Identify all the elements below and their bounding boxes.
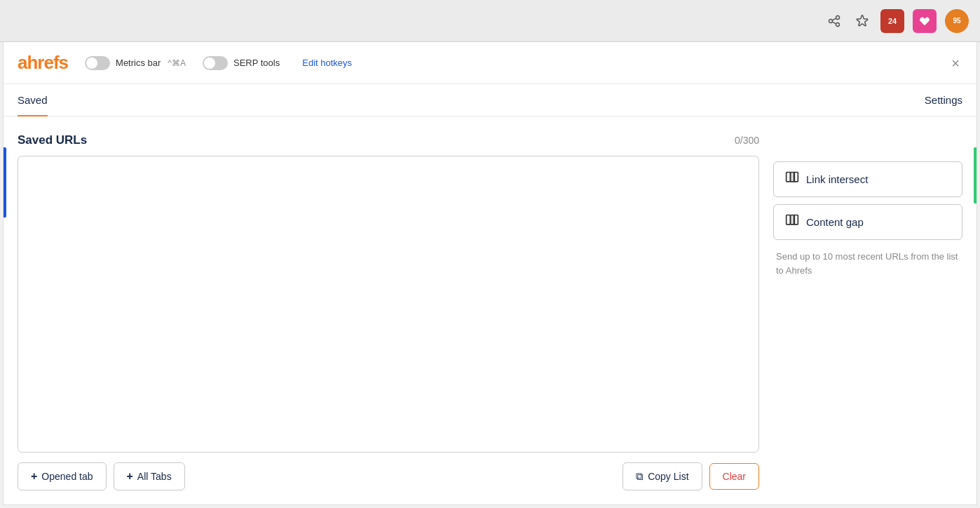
share-icon[interactable] [824, 11, 844, 31]
tab-settings[interactable]: Settings [925, 84, 962, 116]
panel-header: ahrefs Metrics bar ^⌘A SERP tools Edit h… [4, 42, 976, 84]
opened-tab-button[interactable]: + Opened tab [18, 462, 107, 490]
metrics-bar-toggle-group: Metrics bar ^⌘A [85, 56, 186, 70]
logo-accent: a [18, 52, 27, 73]
main-panel: ahrefs Metrics bar ^⌘A SERP tools Edit h… [3, 42, 977, 505]
serp-tools-label: SERP tools [233, 58, 280, 68]
svg-rect-0 [787, 173, 791, 182]
send-description: Send up to 10 most recent URLs from the … [773, 250, 962, 277]
copy-list-button[interactable]: ⧉ Copy List [622, 462, 702, 490]
content-gap-label: Content gap [806, 216, 864, 228]
serp-tools-toggle[interactable] [203, 56, 228, 70]
all-tabs-label: All Tabs [137, 471, 172, 482]
ext3-badge[interactable]: 95 [945, 9, 969, 33]
all-tabs-button[interactable]: + All Tabs [114, 462, 185, 490]
metrics-bar-shortcut: ^⌘A [168, 58, 186, 68]
content-gap-button[interactable]: Content gap [773, 204, 962, 240]
copy-list-label: Copy List [648, 471, 688, 482]
clear-button[interactable]: Clear [709, 463, 759, 490]
nav-tabs: Saved Settings [4, 84, 976, 116]
opened-tab-label: Opened tab [41, 471, 93, 482]
main-content: Saved URLs 0/300 + Opened tab + All Tabs… [4, 116, 976, 504]
serp-tools-toggle-group: SERP tools [203, 56, 280, 70]
plus-icon-2: + [127, 470, 133, 483]
svg-rect-3 [787, 215, 791, 225]
right-section: Link intersect Content gap Send up to 10… [773, 133, 962, 490]
content-gap-icon [785, 213, 799, 231]
metrics-bar-toggle[interactable] [85, 56, 110, 70]
copy-icon: ⧉ [636, 470, 644, 483]
link-intersect-icon [785, 171, 799, 188]
browser-bar: 24 95 [0, 0, 980, 42]
star-icon[interactable] [852, 11, 872, 31]
url-textarea[interactable] [18, 156, 759, 453]
action-buttons: + Opened tab + All Tabs ⧉ Copy List Clea… [18, 462, 759, 490]
close-button[interactable]: × [948, 53, 962, 73]
left-accent [4, 147, 6, 218]
tab-saved[interactable]: Saved [18, 84, 48, 116]
edit-hotkeys-link[interactable]: Edit hotkeys [302, 58, 352, 68]
plus-icon: + [31, 470, 37, 483]
left-section: Saved URLs 0/300 + Opened tab + All Tabs… [18, 133, 759, 490]
logo: ahrefs [18, 52, 68, 74]
metrics-bar-label: Metrics bar [116, 58, 161, 68]
url-count: 0/300 [735, 135, 759, 146]
link-intersect-button[interactable]: Link intersect [773, 161, 962, 197]
right-accent [974, 147, 976, 203]
ext1-badge[interactable]: 24 [880, 9, 904, 33]
clear-label: Clear [723, 471, 746, 482]
link-intersect-label: Link intersect [806, 173, 868, 185]
content-row: Saved URLs 0/300 + Opened tab + All Tabs… [18, 133, 962, 490]
saved-urls-title: Saved URLs [18, 133, 87, 147]
ext2-badge[interactable] [913, 9, 937, 33]
section-header: Saved URLs 0/300 [18, 133, 759, 147]
